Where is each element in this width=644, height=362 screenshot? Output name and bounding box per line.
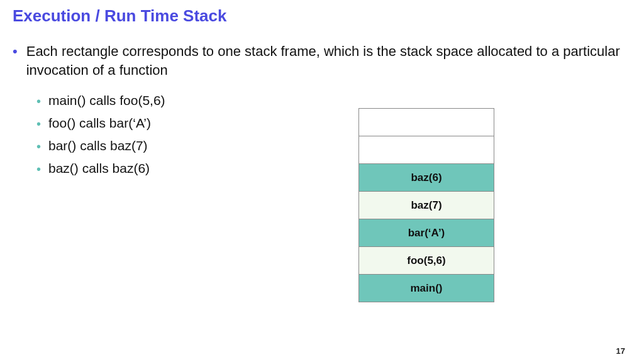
sub-bullet: • main() calls foo(5,6) (36, 93, 631, 109)
stack-diagram: baz(6) baz(7) bar(‘A’) foo(5,6) main() (358, 108, 494, 302)
sub-bullet: • baz() calls baz(6) (36, 161, 631, 177)
stack-frame-main: main() (359, 274, 494, 302)
sub-bullet-text: baz() calls baz(6) (48, 161, 150, 176)
main-bullet-text: Each rectangle corresponds to one stack … (26, 42, 631, 79)
stack-frame-baz6: baz(6) (359, 163, 494, 191)
main-bullet: • Each rectangle corresponds to one stac… (13, 42, 631, 79)
sub-bullet: • foo() calls bar(‘A’) (36, 116, 631, 132)
bullet-dot-icon: • (36, 161, 41, 177)
stack-frame-empty (359, 108, 494, 136)
bullet-dot-icon: • (36, 116, 41, 132)
sub-bullet-text: foo() calls bar(‘A’) (48, 116, 151, 131)
page-number: 17 (616, 346, 625, 356)
sub-bullet-text: bar() calls baz(7) (48, 138, 148, 153)
stack-frame-foo: foo(5,6) (359, 246, 494, 274)
stack-frame-baz7: baz(7) (359, 191, 494, 219)
sub-bullet-list: • main() calls foo(5,6) • foo() calls ba… (36, 93, 631, 177)
bullet-dot-icon: • (13, 42, 18, 61)
stack-frame-empty (359, 136, 494, 163)
stack-frame-bar: bar(‘A’) (359, 219, 494, 246)
sub-bullet: • bar() calls baz(7) (36, 138, 631, 155)
slide-title: Execution / Run Time Stack (13, 6, 631, 26)
bullet-dot-icon: • (36, 138, 41, 155)
bullet-dot-icon: • (36, 93, 41, 109)
sub-bullet-text: main() calls foo(5,6) (48, 93, 165, 108)
